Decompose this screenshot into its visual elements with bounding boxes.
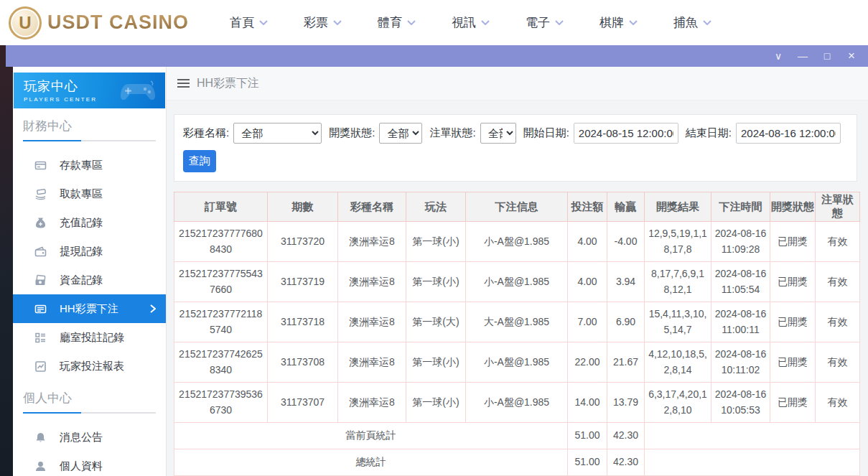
sidebar-item-label: 消息公告: [60, 431, 103, 444]
window-maximize-button[interactable]: □: [818, 45, 836, 67]
bet-info-cell: 大-A盤@1.985: [466, 302, 568, 342]
nav-item-sports[interactable]: 體育: [378, 14, 416, 31]
table-row: 2152172377395366730 31173707 澳洲幸运8 第一球(小…: [174, 383, 860, 423]
bet-time-cell: 2024-08-16 11:05:54: [711, 262, 770, 302]
sidebar: 玩家中心 PLAYERS CENTER 財務中心 存款專區: [13, 67, 167, 476]
draw-status-cell: 已開獎: [770, 383, 816, 423]
order-id-cell: 2152172377721185740: [174, 302, 268, 342]
sidebar-item-label: 取款專區: [60, 187, 103, 201]
play-type-cell: 第一球(大): [406, 302, 466, 342]
order-status-cell: 有效: [816, 342, 860, 383]
order-status-select[interactable]: 全部: [480, 123, 516, 144]
sidebar-item-label: 存款專區: [60, 159, 103, 172]
nav-item-lottery[interactable]: 彩票: [304, 14, 342, 31]
finance-menu: 存款專區 取款專區 充值記錄 提現記錄: [13, 151, 166, 381]
chevron-down-icon: [555, 20, 564, 25]
summary-empty-cell: [645, 449, 860, 476]
nav-item-label: 棋牌: [599, 14, 624, 31]
header-draw-result: 開獎結果: [645, 192, 711, 222]
header-winloss: 輸贏: [607, 192, 645, 222]
table-row: 2152172377426258340 31173708 澳洲幸运8 第一球(小…: [174, 342, 860, 383]
nav-item-slots[interactable]: 電子: [526, 14, 564, 31]
lottery-name-select[interactable]: 全部: [233, 123, 322, 144]
draw-status-cell: 已開獎: [770, 262, 816, 302]
bet-amount-cell: 4.00: [568, 222, 607, 262]
draw-result-cell: 8,17,7,6,9,18,12,1: [645, 262, 711, 302]
nav-item-label: 首頁: [230, 14, 254, 31]
lottery-ticket-icon: [34, 303, 47, 315]
filter-panel: 彩種名稱: 全部 開獎狀態: 全部 注單狀態: 全部 開始日期: 結束日期: 查…: [174, 114, 857, 182]
draw-status-label: 開獎狀態:: [329, 126, 375, 140]
period-cell: 31173708: [268, 342, 338, 383]
sidebar-item-label: 廳室投註記錄: [60, 331, 124, 345]
bet-info-cell: 小-A盤@1.985: [466, 383, 568, 423]
order-status-cell: 有效: [816, 222, 860, 262]
table-row: 2152172377721185740 31173718 澳洲幸运8 第一球(大…: [174, 302, 860, 342]
hamburger-menu-icon[interactable]: [177, 77, 190, 90]
section-personal-center: 個人中心: [23, 390, 156, 406]
sidebar-item-withdraw[interactable]: 取款專區: [13, 179, 166, 208]
search-button[interactable]: 查詢: [183, 150, 216, 172]
sidebar-item-player-bet-report[interactable]: 玩家投注報表: [13, 352, 166, 381]
current-page-summary-row: 當前頁統計 51.00 42.30: [174, 423, 860, 449]
nav-item-home[interactable]: 首頁: [230, 14, 268, 31]
deposit-card-icon: [34, 159, 47, 172]
nav-item-label: 捕魚: [673, 14, 698, 31]
window-minimize-button[interactable]: —: [793, 45, 812, 67]
play-type-cell: 第一球(小): [406, 222, 466, 262]
page-header: HH彩票下注: [167, 67, 868, 101]
bet-time-cell: 2024-08-16 10:05:53: [711, 383, 770, 423]
report-chart-icon: [34, 360, 47, 373]
sidebar-item-funds-records[interactable]: 資金記錄: [13, 266, 166, 294]
bet-amount-cell: 7.00: [568, 302, 607, 342]
sidebar-item-profile[interactable]: 個人資料: [13, 452, 166, 476]
sidebar-item-label: 玩家投注報表: [60, 360, 124, 373]
draw-status-select[interactable]: 全部: [379, 123, 422, 144]
lottery-name-label: 彩種名稱:: [183, 126, 229, 140]
nav-item-fishing[interactable]: 捕魚: [673, 14, 711, 31]
period-cell: 31173718: [268, 302, 338, 342]
draw-status-cell: 已開獎: [770, 222, 816, 262]
bell-icon: [34, 431, 47, 444]
sidebar-item-room-bet-records[interactable]: 廳室投註記錄: [13, 323, 166, 352]
bet-time-cell: 2024-08-16 11:00:11: [711, 302, 770, 342]
draw-result-cell: 12,9,5,19,1,18,17,8: [645, 222, 711, 262]
moneybag-icon: [34, 217, 47, 229]
bet-amount-cell: 4.00: [568, 262, 607, 302]
summary-winloss-total: 42.30: [607, 423, 645, 449]
chevron-down-icon: [629, 20, 638, 25]
period-cell: 31173720: [268, 222, 338, 262]
end-date-label: 結束日期:: [686, 126, 732, 140]
main-nav: 首頁 彩票 體育 視訊 電子 棋牌 捕魚: [230, 14, 747, 31]
sidebar-item-hh-lottery-bets[interactable]: HH彩票下注: [13, 294, 166, 323]
sidebar-item-recharge-records[interactable]: 充值記錄: [13, 208, 166, 237]
header-bet-amount: 投注額: [568, 192, 607, 222]
end-date-input[interactable]: [736, 123, 841, 144]
draw-status-cell: 已開獎: [770, 342, 816, 383]
sidebar-item-deposit[interactable]: 存款專區: [13, 151, 166, 179]
chevron-down-icon: [407, 20, 416, 25]
window-collapse-button[interactable]: ∨: [769, 45, 788, 67]
winloss-cell: 21.67: [607, 342, 645, 383]
bets-table: 訂單號 期數 彩種名稱 玩法 下注信息 投注額 輸贏 開獎結果 下注時間 開獎狀…: [174, 192, 860, 476]
play-type-cell: 第一球(小): [406, 342, 466, 383]
header-draw-status: 開獎狀態: [770, 192, 816, 222]
sidebar-item-withdrawal-records[interactable]: 提現記錄: [13, 237, 166, 266]
sidebar-item-label: 充值記錄: [60, 216, 103, 230]
summary-bet-total: 51.00: [568, 423, 607, 449]
user-icon: [34, 460, 47, 472]
lottery-name-cell: 澳洲幸运8: [338, 342, 406, 383]
window-close-button[interactable]: ×: [842, 45, 861, 67]
winloss-cell: 6.90: [607, 302, 645, 342]
draw-status-cell: 已開獎: [770, 302, 816, 342]
grand-total-summary-row: 總統計 51.00 42.30: [174, 449, 860, 476]
lottery-name-cell: 澳洲幸运8: [338, 222, 406, 262]
order-id-cell: 2152172377776808430: [174, 222, 268, 262]
wallet-icon: [34, 246, 47, 258]
nav-item-cards[interactable]: 棋牌: [599, 14, 638, 31]
nav-item-live[interactable]: 視訊: [452, 14, 490, 31]
brand-logo[interactable]: U USDT CASINO: [9, 6, 189, 39]
sidebar-item-announcements[interactable]: 消息公告: [13, 423, 166, 452]
start-date-input[interactable]: [574, 123, 678, 144]
order-id-cell: 2152172377395366730: [174, 383, 268, 423]
